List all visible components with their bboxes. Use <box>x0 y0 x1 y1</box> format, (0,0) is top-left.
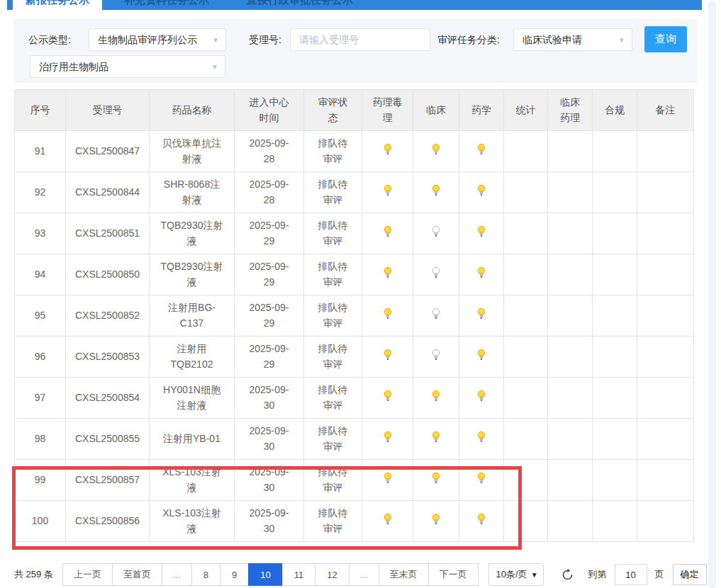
tab-direct-administrative-approval-tasks[interactable]: 直接行政审批任务公示 <box>236 0 364 7</box>
column-header-entry-date: 进入中心时间 <box>235 90 304 131</box>
cell-clinical-pharmacology <box>548 501 593 542</box>
cell-pharmacology-toxicology <box>362 419 413 460</box>
cell-clinical <box>413 460 459 501</box>
table-row: 94CXSL2500850TQB2930注射液2025-09-29排队待审评 <box>15 254 694 295</box>
cell-statistics <box>504 337 548 378</box>
chevron-down-icon: ▼ <box>212 29 219 52</box>
biologics-subtype-value: 治疗用生物制品 <box>39 61 108 72</box>
column-header-clinical: 临床 <box>413 90 459 131</box>
page-button-10-active[interactable]: 10 <box>248 563 282 586</box>
cell-seq: 91 <box>15 131 66 172</box>
pagination-bar: 共 259 条 上一页 至首页 ... 8 9 10 11 12 ... 至末页… <box>14 563 709 586</box>
lightbulb-icon <box>382 472 393 484</box>
column-header-pharmacy: 药学 <box>459 90 504 131</box>
page-size-select[interactable]: 10条/页 ▼ <box>488 563 544 586</box>
cell-clinical-pharmacology <box>548 419 593 460</box>
lightbulb-icon <box>430 143 442 155</box>
publicity-type-value: 生物制品审评序列公示 <box>98 34 197 45</box>
tab-bar: 新报任务公示 补充资料任务公示 直接行政审批任务公示 <box>7 0 702 10</box>
lightbulb-icon <box>476 184 487 196</box>
publicity-type-select[interactable]: 生物制品审评序列公示 ▼ <box>89 28 226 51</box>
page-button-11[interactable]: 11 <box>282 563 316 586</box>
cell-pharmacology-toxicology <box>362 501 413 542</box>
cell-pharmacy <box>459 419 504 460</box>
lightbulb-icon <box>476 431 487 443</box>
cell-compliance <box>593 254 637 295</box>
table-header-row: 序号 受理号 药品名称 进入中心时间 审评状态 药理毒理 临床 药学 统计 临床… <box>15 90 694 131</box>
results-table: 序号 受理号 药品名称 进入中心时间 审评状态 药理毒理 临床 药学 统计 临床… <box>14 89 694 542</box>
cell-pharmacology-toxicology <box>362 460 413 501</box>
cell-entry-date: 2025-09-29 <box>235 295 304 337</box>
cell-acceptance-no: CXSL2500847 <box>66 131 150 172</box>
page-button-9[interactable]: 9 <box>220 563 249 586</box>
cell-clinical-pharmacology <box>548 378 593 419</box>
cell-remark <box>637 419 694 460</box>
next-page-button[interactable]: 下一页 <box>428 563 479 586</box>
tab-supplementary-material-tasks[interactable]: 补充资料任务公示 <box>118 0 215 7</box>
cell-drug-name: SHR-8068注射液 <box>150 172 235 213</box>
cell-remark <box>637 213 694 254</box>
prev-page-button[interactable]: 上一页 <box>62 563 113 586</box>
last-page-button[interactable]: 至末页 <box>379 563 429 586</box>
lightbulb-icon <box>382 143 393 155</box>
publicity-type-label: 公示类型: <box>28 28 71 51</box>
page-button-8[interactable]: 8 <box>191 563 220 586</box>
search-button[interactable]: 查询 <box>644 26 687 52</box>
cell-acceptance-no: CXSL2500856 <box>66 501 150 542</box>
page-button-12[interactable]: 12 <box>315 563 349 586</box>
cell-remark <box>637 254 694 295</box>
table-row: 91CXSL2500847贝伐珠单抗注射液2025-09-28排队待审评 <box>15 131 694 172</box>
cell-review-status: 排队待审评 <box>304 131 362 172</box>
cell-pharmacy <box>459 337 504 378</box>
cell-statistics <box>504 254 548 295</box>
cell-drug-name: XLS-103注射液 <box>150 460 235 501</box>
scrollbar[interactable] <box>708 0 716 588</box>
task-category-label: 审评任务分类: <box>437 28 500 51</box>
cell-compliance <box>593 419 637 460</box>
cell-entry-date: 2025-09-29 <box>235 337 304 378</box>
page-button-group: 上一页 至首页 ... 8 9 10 11 12 ... 至末页 下一页 <box>63 563 479 586</box>
cell-clinical-pharmacology <box>548 131 593 172</box>
refresh-icon[interactable] <box>561 568 574 582</box>
cell-entry-date: 2025-09-29 <box>235 213 304 254</box>
cell-drug-name: 注射用BG-C137 <box>150 295 235 337</box>
cell-statistics <box>504 213 548 254</box>
cell-review-status: 排队待审评 <box>304 254 362 295</box>
cell-drug-name: XLS-103注射液 <box>150 501 235 542</box>
ellipsis-button[interactable]: ... <box>162 563 192 586</box>
table-row: 93CXSL2500851TQB2930注射液2025-09-29排队待审评 <box>15 213 694 254</box>
cell-statistics <box>504 295 548 337</box>
results-table-wrap: 序号 受理号 药品名称 进入中心时间 审评状态 药理毒理 临床 药学 统计 临床… <box>14 89 694 542</box>
cell-review-status: 排队待审评 <box>304 295 362 337</box>
chevron-down-icon: ▼ <box>531 564 538 587</box>
cell-pharmacy <box>459 501 504 542</box>
cell-review-status: 排队待审评 <box>304 501 362 542</box>
table-row: 95CXSL2500852注射用BG-C1372025-09-29排队待审评 <box>15 295 694 337</box>
cell-pharmacy <box>459 378 504 419</box>
cell-clinical <box>413 172 459 213</box>
cell-seq: 95 <box>15 295 66 337</box>
column-header-compliance: 合规 <box>593 90 637 131</box>
cell-pharmacology-toxicology <box>362 295 413 337</box>
cell-clinical-pharmacology <box>548 295 593 337</box>
lightbulb-icon <box>382 266 393 278</box>
chevron-down-icon: ▼ <box>211 56 218 79</box>
cell-remark <box>637 337 694 378</box>
ellipsis-button[interactable]: ... <box>349 563 379 586</box>
lightbulb-icon <box>382 390 393 402</box>
cell-review-status: 排队待审评 <box>304 172 362 213</box>
page-size-value: 10条/页 <box>496 569 527 579</box>
acceptance-no-input[interactable] <box>290 28 430 51</box>
column-header-drug-name: 药品名称 <box>150 90 235 131</box>
tab-new-report-tasks[interactable]: 新报任务公示 <box>13 0 102 10</box>
first-page-button[interactable]: 至首页 <box>112 563 162 586</box>
cell-remark <box>637 501 694 542</box>
confirm-button[interactable]: 确定 <box>673 564 707 585</box>
cell-pharmacy <box>459 213 504 254</box>
filter-panel: 公示类型: 生物制品审评序列公示 ▼ 受理号: 审评任务分类: 临床试验申请 ▼… <box>14 19 697 83</box>
cell-pharmacology-toxicology <box>362 172 413 213</box>
biologics-subtype-select[interactable]: 治疗用生物制品 ▼ <box>30 55 225 78</box>
task-category-select[interactable]: 临床试验申请 ▼ <box>513 28 632 51</box>
goto-page-input[interactable] <box>615 564 647 585</box>
cell-compliance <box>593 213 637 254</box>
